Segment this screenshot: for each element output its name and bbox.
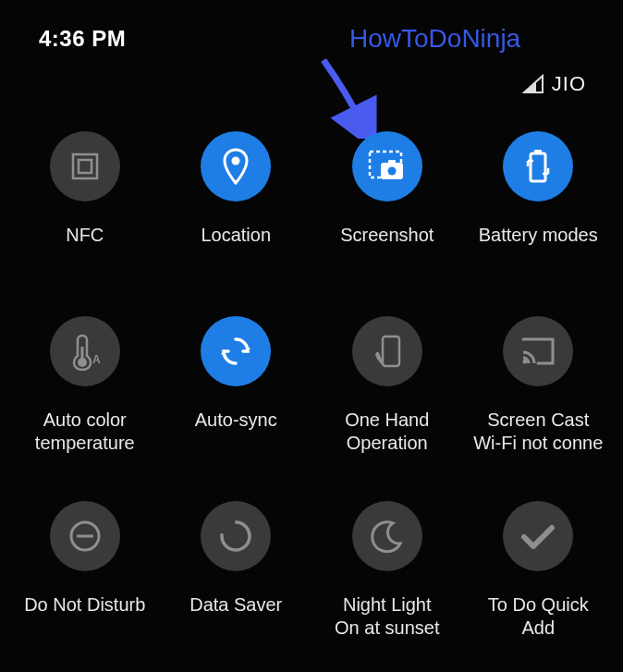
tile-label: Battery modes bbox=[479, 224, 598, 247]
tile-night-light[interactable]: Night Light On at sunset bbox=[312, 497, 463, 672]
status-bar: 4:36 PM bbox=[0, 20, 623, 57]
svg-point-13 bbox=[523, 360, 528, 364]
dnd-icon bbox=[50, 501, 120, 571]
tile-one-hand[interactable]: One Hand Operation bbox=[312, 312, 463, 497]
check-icon bbox=[503, 501, 573, 571]
screenshot-icon bbox=[352, 131, 422, 202]
carrier-label: JIO bbox=[552, 72, 586, 96]
svg-rect-0 bbox=[73, 154, 97, 178]
tile-location[interactable]: Location bbox=[161, 128, 312, 312]
thermometer-icon: A bbox=[50, 316, 120, 386]
tile-label: Do Not Disturb bbox=[24, 593, 145, 617]
svg-rect-10 bbox=[80, 347, 83, 360]
tile-label: Data Saver bbox=[189, 593, 282, 617]
data-saver-icon bbox=[201, 501, 271, 571]
clock-time: 4:36 PM bbox=[39, 26, 126, 52]
svg-point-2 bbox=[232, 157, 240, 165]
tile-dnd[interactable]: Do Not Disturb bbox=[9, 497, 161, 672]
tile-data-saver[interactable]: Data Saver bbox=[161, 497, 312, 672]
sync-icon bbox=[201, 316, 271, 386]
tile-screenshot[interactable]: Screenshot bbox=[312, 128, 463, 312]
carrier-row: JIO bbox=[522, 72, 586, 96]
tile-label: Location bbox=[201, 224, 271, 247]
tile-label: NFC bbox=[66, 224, 104, 247]
svg-point-5 bbox=[387, 167, 396, 176]
tile-todo-quick-add[interactable]: To Do Quick Add bbox=[463, 497, 615, 672]
tile-label: To Do Quick Add bbox=[488, 593, 589, 640]
svg-rect-8 bbox=[534, 150, 542, 154]
tile-nfc[interactable]: NFC bbox=[9, 128, 161, 312]
tile-battery-modes[interactable]: Battery modes bbox=[463, 128, 615, 312]
svg-point-16 bbox=[217, 518, 254, 555]
signal-icon bbox=[522, 74, 544, 94]
svg-rect-7 bbox=[531, 153, 545, 181]
tile-label: Screen Cast Wi-Fi not conne bbox=[473, 409, 603, 455]
moon-icon bbox=[352, 501, 422, 571]
annotation-arrow-icon bbox=[305, 55, 388, 139]
svg-rect-6 bbox=[388, 160, 396, 165]
tile-auto-sync[interactable]: Auto-sync bbox=[161, 312, 312, 497]
svg-rect-1 bbox=[79, 160, 92, 173]
one-hand-icon bbox=[352, 316, 422, 386]
cast-icon bbox=[503, 316, 573, 386]
tile-auto-color-temp[interactable]: A Auto color temperature bbox=[9, 312, 161, 497]
svg-rect-12 bbox=[383, 336, 399, 366]
tile-label: Auto-sync bbox=[195, 409, 277, 432]
tile-screen-cast[interactable]: Screen Cast Wi-Fi not conne bbox=[463, 312, 615, 497]
battery-icon bbox=[503, 131, 573, 202]
tile-label: Auto color temperature bbox=[35, 409, 135, 455]
annotation-text: HowToDoNinja bbox=[349, 24, 520, 54]
svg-text:A: A bbox=[92, 353, 101, 366]
quick-settings-grid: NFC Location Screenshot bbox=[0, 128, 623, 672]
nfc-icon bbox=[50, 131, 120, 202]
tile-label: Night Light On at sunset bbox=[335, 593, 439, 640]
tile-label: Screenshot bbox=[340, 224, 434, 247]
tile-label: One Hand Operation bbox=[345, 409, 429, 455]
location-icon bbox=[201, 131, 271, 202]
